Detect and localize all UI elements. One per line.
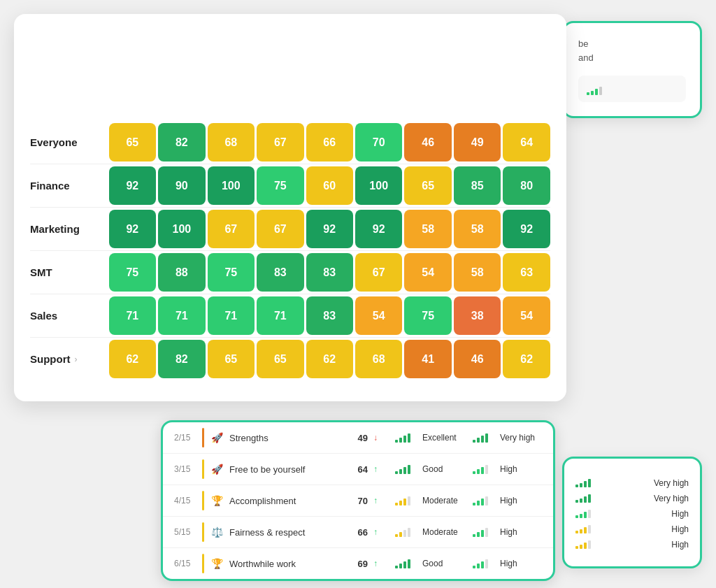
heat-cell-r2-c1[interactable]: 100: [158, 210, 205, 248]
heat-cell-r4-c0[interactable]: 71: [109, 296, 156, 335]
heat-cell-r4-c6[interactable]: 75: [404, 296, 451, 335]
list-item[interactable]: 2/15🚀Strengths49↓ExcellentVery high: [163, 422, 553, 454]
heat-cell-r1-c3[interactable]: 75: [257, 166, 303, 205]
score-value: 64: [345, 464, 368, 475]
heat-cell-r4-c8[interactable]: 54: [503, 296, 550, 335]
score-value: 66: [345, 527, 368, 538]
heat-cell-r0-c3[interactable]: 67: [257, 123, 303, 162]
rank-bar: [202, 554, 204, 573]
col-header-happiness-text: [129, 97, 148, 117]
quality-bar-0: [395, 440, 398, 443]
heat-cell-r1-c7[interactable]: 85: [454, 166, 501, 205]
heat-cell-r4-c4[interactable]: 83: [306, 296, 353, 335]
heat-cell-r1-c2[interactable]: 100: [208, 166, 255, 205]
row-label-sales: Sales: [30, 296, 107, 335]
heat-cell-r1-c4[interactable]: 60: [306, 166, 353, 205]
legend-label-high-2: High: [671, 524, 689, 534]
list-item[interactable]: 5/15⚖️Fairness & respect66↑ModerateHigh: [163, 517, 553, 548]
quality-bar-2: [403, 530, 406, 537]
quality-bar-2: [403, 436, 406, 443]
heat-cell-r0-c7[interactable]: 49: [454, 123, 501, 162]
heat-cell-r4-c5[interactable]: 54: [355, 296, 402, 335]
heat-cell-r2-c0[interactable]: 92: [109, 210, 156, 248]
header-empty: [30, 30, 107, 121]
effect-bar-2: [481, 530, 484, 537]
score-value: 49: [345, 433, 368, 443]
heat-cell-r5-c3[interactable]: 65: [257, 340, 303, 378]
effect-size-card: be and: [562, 21, 702, 118]
heat-cell-r5-c6[interactable]: 41: [404, 340, 451, 378]
heat-cell-r5-c0[interactable]: 62: [109, 340, 156, 378]
effect-bar-3: [485, 465, 488, 474]
quality-label: Moderate: [422, 527, 461, 537]
heat-cell-r3-c3[interactable]: 83: [257, 253, 303, 292]
col-header-free-text: [522, 97, 542, 117]
heat-cell-r2-c7[interactable]: 58: [454, 210, 501, 248]
heat-cell-r2-c5[interactable]: 92: [355, 210, 402, 248]
heat-cell-r5-c2[interactable]: 65: [208, 340, 255, 378]
legend-label-high-3: High: [671, 540, 689, 550]
heat-cell-r5-c1[interactable]: 82: [158, 340, 205, 378]
effect-bars: [466, 433, 494, 443]
heat-cell-r5-c8[interactable]: 62: [503, 340, 550, 378]
heat-cell-r1-c8[interactable]: 80: [503, 166, 550, 205]
heat-cell-r4-c1[interactable]: 71: [158, 296, 205, 335]
effect-bar-2: [481, 499, 484, 505]
heat-cell-r2-c8[interactable]: 92: [503, 210, 550, 248]
effect-size-mini-panel: [578, 76, 686, 102]
effect-bar-2: [481, 561, 484, 568]
heat-cell-r1-c1[interactable]: 90: [158, 166, 205, 205]
heat-cell-r0-c4[interactable]: 66: [306, 123, 353, 162]
col-header-wlb-text: [424, 97, 443, 117]
heat-cell-r1-c0[interactable]: 92: [109, 166, 156, 205]
heat-cell-r2-c2[interactable]: 67: [208, 210, 255, 248]
quality-bar-3: [408, 433, 410, 443]
quality-bars: [389, 528, 417, 537]
quality-bar-0: [395, 534, 398, 537]
heat-cell-r2-c6[interactable]: 58: [404, 210, 451, 248]
separator-row: [30, 294, 550, 294]
heatmap-row: Sales717171718354753854: [30, 296, 550, 335]
legend-bars-very-high-1: [575, 479, 591, 487]
heat-cell-r0-c0[interactable]: 65: [109, 123, 156, 162]
heat-cell-r5-c5[interactable]: 68: [355, 340, 402, 378]
row-label-support: Support›: [30, 340, 107, 378]
heat-cell-r4-c2[interactable]: 71: [208, 296, 255, 335]
chevron-icon[interactable]: ›: [75, 354, 78, 364]
rank-bar: [202, 459, 204, 479]
heat-cell-r0-c2[interactable]: 68: [208, 123, 255, 162]
heat-cell-r3-c1[interactable]: 88: [158, 253, 205, 292]
heat-cell-r0-c6[interactable]: 46: [404, 123, 451, 162]
heat-cell-r2-c4[interactable]: 92: [306, 210, 353, 248]
list-item[interactable]: 4/15🏆Accomplishment70↑ModerateHigh: [163, 485, 553, 517]
heat-cell-r3-c5[interactable]: 67: [355, 253, 402, 292]
heat-cell-r0-c1[interactable]: 82: [158, 123, 205, 162]
heat-cell-r3-c0[interactable]: 75: [109, 253, 156, 292]
row-label-text: SMT: [30, 266, 52, 278]
effect-bar-1: [477, 438, 480, 443]
heat-cell-r1-c6[interactable]: 65: [404, 166, 451, 205]
effect-bar-0: [473, 534, 475, 537]
heat-cell-r3-c6[interactable]: 54: [404, 253, 451, 292]
topic-icon: ⚖️: [210, 526, 224, 538]
heat-cell-r3-c4[interactable]: 83: [306, 253, 353, 292]
card-description: be and: [578, 37, 686, 64]
effect-bar-1: [477, 532, 480, 537]
heat-cell-r1-c5[interactable]: 100: [355, 166, 402, 205]
heat-cell-r3-c7[interactable]: 58: [454, 253, 501, 292]
heat-cell-r0-c8[interactable]: 64: [503, 123, 550, 162]
list-item[interactable]: 3/15🚀Free to be yourself64↑GoodHigh: [163, 454, 553, 485]
row-label-smt: SMT: [30, 253, 107, 292]
heat-cell-r4-c7[interactable]: 38: [454, 296, 501, 335]
heat-cell-r3-c8[interactable]: 63: [503, 253, 550, 292]
heat-cell-r5-c4[interactable]: 62: [306, 340, 353, 378]
heat-cell-r5-c7[interactable]: 46: [454, 340, 501, 378]
heat-cell-r2-c3[interactable]: 67: [257, 210, 303, 248]
score-arrow-up: ↑: [373, 496, 383, 505]
effect-size-label: High: [500, 496, 542, 505]
quality-bar-1: [399, 438, 402, 443]
list-item[interactable]: 6/15🏆Worthwhile work69↑GoodHigh: [163, 548, 553, 579]
heat-cell-r0-c5[interactable]: 70: [355, 123, 402, 162]
heat-cell-r4-c3[interactable]: 71: [257, 296, 303, 335]
heat-cell-r3-c2[interactable]: 75: [208, 253, 255, 292]
